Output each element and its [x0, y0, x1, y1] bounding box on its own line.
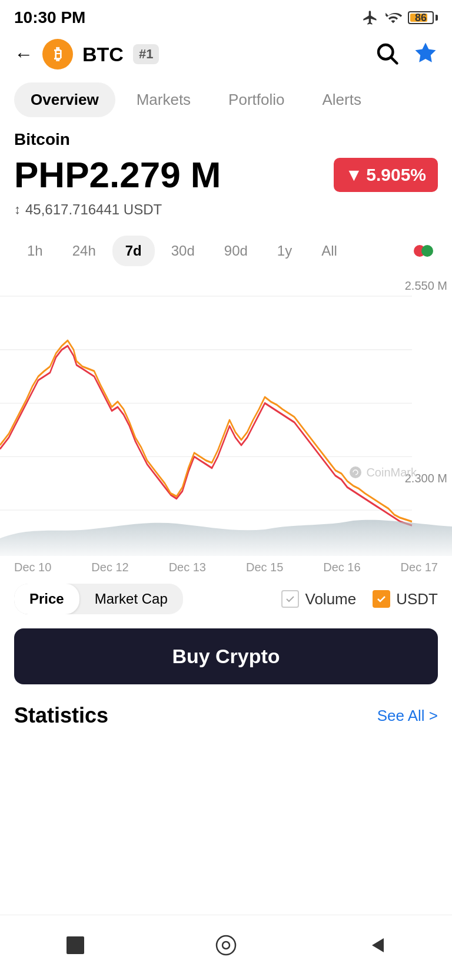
usdt-price: 45,617.716441 USDT: [25, 201, 162, 218]
bottom-nav: [0, 915, 452, 980]
back-button[interactable]: ←: [14, 44, 33, 65]
usdt-check-item[interactable]: USDT: [373, 590, 438, 608]
svg-point-9: [350, 466, 361, 478]
period-1h[interactable]: 1h: [14, 236, 56, 266]
battery-indicator: 86: [408, 11, 438, 24]
x-label-5: Dec 17: [401, 561, 438, 574]
x-label-0: Dec 10: [14, 561, 51, 574]
search-button[interactable]: [374, 41, 399, 68]
wifi-icon: [384, 9, 402, 26]
x-label-2: Dec 13: [169, 561, 206, 574]
svg-rect-10: [67, 936, 84, 954]
volume-label: Volume: [305, 590, 356, 608]
tabs-row: Overview Markets Portfolio Alerts: [0, 77, 452, 123]
status-icons: 86: [362, 9, 438, 26]
chart-high-label: 2.550 M: [405, 279, 447, 293]
candle-toggle[interactable]: [407, 239, 438, 263]
nav-home-button[interactable]: [205, 925, 247, 966]
period-24h[interactable]: 24h: [59, 236, 109, 266]
time-periods: 1h 24h 7d 30d 90d 1y All: [0, 231, 452, 273]
tab-overview[interactable]: Overview: [14, 82, 115, 117]
chart-legend: Price Market Cap Volume USDT: [0, 574, 452, 624]
status-time: 10:30 PM: [14, 8, 85, 27]
period-30d[interactable]: 30d: [158, 236, 208, 266]
see-all-link[interactable]: See All >: [377, 707, 438, 725]
chart-watermark: CoinMark: [348, 465, 417, 479]
svg-point-11: [217, 936, 235, 955]
price-usdt-row: ↕ 45,617.716441 USDT: [14, 201, 438, 218]
price-change-percent: 5.905%: [366, 165, 426, 185]
price-change-arrow: ▼: [345, 165, 363, 185]
nav-back-button[interactable]: [356, 925, 397, 966]
nav-square-button[interactable]: [55, 925, 96, 966]
legend-toggle-group: Price Market Cap: [14, 584, 183, 614]
battery-level: 86: [409, 12, 433, 24]
watermark-text: CoinMark: [366, 466, 417, 479]
svg-line-1: [391, 58, 397, 64]
rank-badge: #1: [133, 44, 159, 64]
header-left: ← ₿ BTC #1: [14, 39, 159, 69]
buy-crypto-button[interactable]: Buy Crypto: [14, 628, 438, 684]
tab-alerts[interactable]: Alerts: [306, 82, 378, 117]
svg-marker-13: [372, 938, 384, 952]
statistics-title: Statistics: [14, 703, 108, 728]
period-all[interactable]: All: [308, 236, 350, 266]
x-axis-labels: Dec 10 Dec 12 Dec 13 Dec 15 Dec 16 Dec 1…: [0, 556, 452, 574]
volume-check-item[interactable]: Volume: [281, 590, 356, 608]
usdt-checkbox[interactable]: [373, 590, 390, 608]
price-row: PHP2.279 M ▼ 5.905%: [14, 154, 438, 196]
period-1y[interactable]: 1y: [264, 236, 305, 266]
header-right: [374, 41, 438, 68]
volume-checkbox[interactable]: [281, 590, 299, 608]
price-section: Bitcoin PHP2.279 M ▼ 5.905% ↕ 45,617.716…: [0, 123, 452, 231]
chart-container: 2.550 M 2.300 M CoinMark: [0, 273, 452, 556]
coin-name: Bitcoin: [14, 130, 438, 149]
legend-marketcap-btn[interactable]: Market Cap: [79, 584, 183, 614]
usdt-label: USDT: [396, 590, 438, 608]
header: ← ₿ BTC #1: [0, 32, 452, 77]
coin-symbol: BTC: [82, 43, 124, 66]
volume-mini-chart: [0, 491, 452, 556]
coin-icon: ₿: [42, 39, 73, 69]
x-label-4: Dec 16: [323, 561, 360, 574]
airplane-icon: [362, 9, 378, 26]
svg-point-12: [222, 942, 230, 949]
x-label-3: Dec 15: [246, 561, 283, 574]
price-change-badge: ▼ 5.905%: [334, 158, 438, 192]
period-90d[interactable]: 90d: [211, 236, 261, 266]
price-value: PHP2.279 M: [14, 154, 221, 196]
tab-markets[interactable]: Markets: [120, 82, 207, 117]
arrows-icon: ↕: [14, 202, 21, 217]
legend-price-btn[interactable]: Price: [14, 584, 79, 614]
tab-portfolio[interactable]: Portfolio: [212, 82, 301, 117]
status-bar: 10:30 PM 86: [0, 0, 452, 32]
x-label-1: Dec 12: [91, 561, 128, 574]
statistics-row: Statistics See All >: [0, 696, 452, 740]
svg-point-3: [421, 245, 433, 257]
period-7d[interactable]: 7d: [112, 236, 155, 266]
favorite-button[interactable]: [413, 41, 438, 68]
